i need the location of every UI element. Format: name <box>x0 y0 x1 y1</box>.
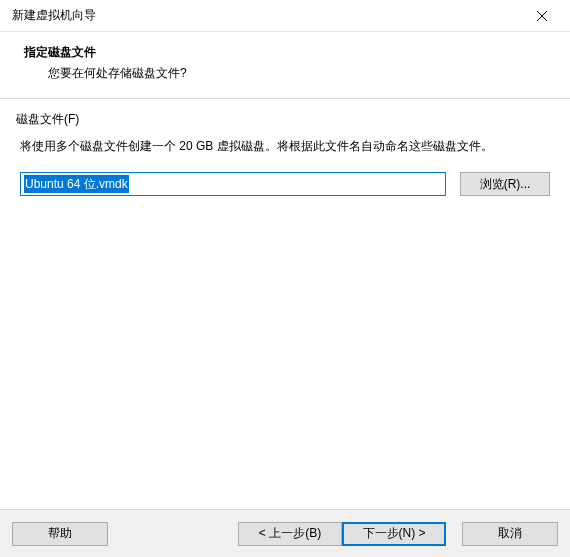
close-button[interactable] <box>522 2 562 30</box>
close-icon <box>537 11 547 21</box>
help-button[interactable]: 帮助 <box>12 522 108 546</box>
disk-file-value: Ubuntu 64 位.vmdk <box>24 175 129 193</box>
back-button[interactable]: < 上一步(B) <box>238 522 342 546</box>
disk-file-label: 磁盘文件(F) <box>16 111 558 128</box>
cancel-button[interactable]: 取消 <box>462 522 558 546</box>
page-title: 指定磁盘文件 <box>24 44 546 61</box>
wizard-header: 指定磁盘文件 您要在何处存储磁盘文件? <box>0 32 570 99</box>
nav-group: < 上一步(B) 下一步(N) > <box>238 522 446 546</box>
window-title: 新建虚拟机向导 <box>12 7 96 24</box>
content-area: 磁盘文件(F) 将使用多个磁盘文件创建一个 20 GB 虚拟磁盘。将根据此文件名… <box>0 99 570 208</box>
next-button[interactable]: 下一步(N) > <box>342 522 446 546</box>
footer: 帮助 < 上一步(B) 下一步(N) > 取消 <box>0 509 570 557</box>
page-subtitle: 您要在何处存储磁盘文件? <box>24 65 546 82</box>
disk-file-row: Ubuntu 64 位.vmdk 浏览(R)... <box>20 172 550 196</box>
browse-button[interactable]: 浏览(R)... <box>460 172 550 196</box>
disk-description: 将使用多个磁盘文件创建一个 20 GB 虚拟磁盘。将根据此文件名自动命名这些磁盘… <box>20 136 550 156</box>
titlebar: 新建虚拟机向导 <box>0 0 570 32</box>
disk-file-input[interactable]: Ubuntu 64 位.vmdk <box>20 172 446 196</box>
